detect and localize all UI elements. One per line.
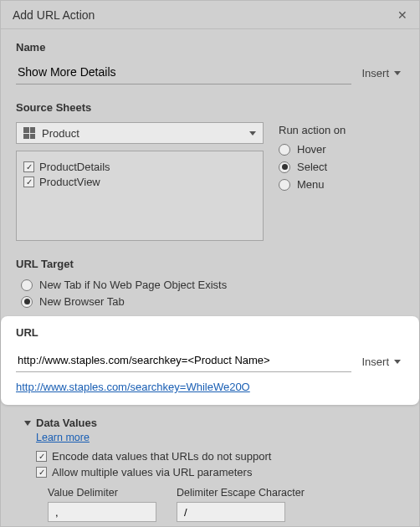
source-sheets-label: Source Sheets (16, 101, 404, 114)
insert-label: Insert (361, 356, 389, 368)
url-target-new-browser-tab[interactable]: New Browser Tab (21, 295, 404, 308)
radio-label: Menu (297, 178, 325, 191)
checkbox-icon: ✓ (36, 467, 47, 478)
source-sheet-value: Product (42, 127, 249, 140)
sheet-checkbox-productdetails[interactable]: ✓ ProductDetails (23, 161, 256, 173)
radio-label: New Browser Tab (39, 295, 125, 308)
name-label: Name (16, 41, 404, 54)
encode-values-checkbox[interactable]: ✓ Encode data values that URLs do not su… (36, 450, 404, 463)
url-panel: URL Insert http://www.staples.com/search… (1, 316, 419, 405)
url-preview-link[interactable]: http://www.staples.com/searchkey=WhileWe… (16, 381, 250, 393)
insert-label: Insert (361, 67, 389, 79)
source-sheet-dropdown[interactable]: Product (16, 122, 264, 144)
radio-icon (279, 144, 290, 156)
escape-character-label: Delimiter Escape Character (177, 487, 305, 499)
radio-icon (21, 296, 33, 308)
name-insert-dropdown[interactable]: Insert (358, 65, 404, 81)
sheet-checkbox-productview[interactable]: ✓ ProductView (23, 176, 256, 188)
chevron-down-icon (394, 360, 401, 364)
url-insert-dropdown[interactable]: Insert (358, 354, 404, 370)
radio-label: Select (297, 161, 327, 173)
titlebar: Add URL Action ✕ (1, 1, 419, 29)
chevron-down-icon (394, 71, 401, 75)
sheet-label: ProductView (39, 176, 100, 188)
run-action-select[interactable]: Select (279, 161, 404, 173)
close-icon[interactable]: ✕ (397, 8, 407, 22)
chevron-down-icon (249, 131, 256, 136)
url-input[interactable] (16, 350, 351, 372)
url-target-label: URL Target (16, 258, 404, 270)
learn-more-link[interactable]: Learn more (36, 432, 90, 443)
checkbox-icon: ✓ (23, 161, 34, 172)
checkbox-icon: ✓ (23, 177, 34, 187)
url-label: URL (16, 326, 404, 339)
radio-icon (279, 161, 290, 173)
action-name-input[interactable] (16, 62, 351, 84)
run-action-radio-group: Hover Select Menu (279, 143, 404, 191)
radio-label: Hover (297, 143, 326, 156)
add-url-action-dialog: Add URL Action ✕ Name Insert Source Shee… (0, 0, 420, 527)
data-values-section: Data Values Learn more ✓ Encode data val… (16, 417, 404, 522)
url-target-radio-group: New Tab if No Web Page Object Exists New… (16, 279, 404, 308)
radio-icon (21, 279, 33, 291)
value-delimiter-label: Value Delimiter (48, 487, 156, 499)
url-preview: http://www.staples.com/searchkey=WhileWe… (16, 381, 404, 393)
value-delimiter-input[interactable] (48, 502, 156, 522)
source-sheets-list: ✓ ProductDetails ✓ ProductView (16, 151, 264, 241)
url-target-new-tab-if-no-object[interactable]: New Tab if No Web Page Object Exists (21, 279, 404, 291)
radio-label: New Tab if No Web Page Object Exists (39, 279, 227, 291)
data-values-label: Data Values (36, 417, 97, 429)
radio-icon (279, 179, 290, 191)
dashboard-icon (23, 127, 35, 139)
dialog-title: Add URL Action (13, 8, 397, 22)
run-action-hover[interactable]: Hover (279, 143, 404, 156)
data-values-toggle[interactable]: Data Values (24, 417, 404, 429)
checkbox-icon: ✓ (36, 451, 47, 462)
allow-multiple-values-checkbox[interactable]: ✓ Allow multiple values via URL paramete… (36, 466, 404, 478)
checkbox-label: Encode data values that URLs do not supp… (52, 450, 271, 463)
chevron-down-icon (24, 421, 31, 426)
escape-character-input[interactable] (177, 502, 285, 522)
run-action-label: Run action on (279, 124, 404, 136)
sheet-label: ProductDetails (39, 161, 110, 173)
run-action-menu[interactable]: Menu (279, 178, 404, 191)
checkbox-label: Allow multiple values via URL parameters (52, 466, 252, 478)
